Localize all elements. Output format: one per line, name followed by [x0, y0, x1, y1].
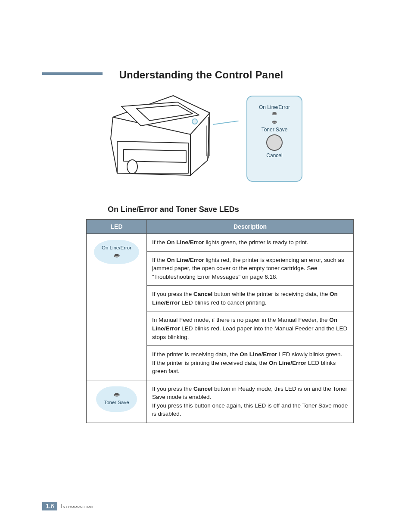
- chapter-label: Introduction: [61, 503, 93, 509]
- svg-point-7: [115, 254, 119, 256]
- col-desc: Description: [147, 220, 354, 234]
- online-error-icon-cell: On Line/Error: [87, 234, 147, 380]
- toner-save-icon-cell: Toner Save: [87, 380, 147, 423]
- desc-cell: If the On Line/Error lights green, the p…: [147, 234, 354, 252]
- cancel-button-icon: [266, 134, 283, 151]
- control-panel-detail: On Line/Error Toner Save Cancel: [246, 96, 302, 182]
- led-icon: [113, 253, 120, 258]
- printer-icon: [100, 87, 225, 190]
- table-row: On Line/Error If the On Line/Error light…: [87, 234, 354, 252]
- header-rule: [42, 72, 103, 75]
- panel-led1-label: On Line/Error: [250, 104, 299, 110]
- online-error-led-icon: [271, 111, 277, 115]
- panel-led2-label: Toner Save: [250, 127, 299, 133]
- page-number-tab: 1.6: [42, 502, 57, 510]
- led-table: LED Description On Line/Error If the On …: [86, 219, 354, 423]
- online-error-badge-label: On Line/Error: [102, 245, 131, 250]
- table-header-row: LED Description: [87, 220, 354, 234]
- control-panel-illustration: On Line/Error Toner Save Cancel: [100, 87, 302, 195]
- page-footer: 1.6 Introduction: [42, 502, 93, 510]
- svg-point-0: [127, 160, 137, 174]
- table-row: Toner Save If you press the Cancel butto…: [87, 380, 354, 423]
- desc-cell: If the printer is receiving data, the On…: [147, 346, 354, 380]
- panel-button-label: Cancel: [250, 152, 299, 159]
- online-error-badge: On Line/Error: [94, 240, 139, 264]
- svg-point-9: [115, 393, 119, 395]
- desc-cell: If you press the Cancel button while the…: [147, 286, 354, 311]
- toner-save-badge: Toner Save: [96, 386, 137, 412]
- section-heading: On Line/Error and Toner Save LEDs: [43, 205, 359, 214]
- toner-save-badge-label: Toner Save: [104, 400, 129, 405]
- page-title: Understanding the Control Panel: [43, 69, 359, 81]
- led-icon: [113, 392, 120, 397]
- svg-point-1: [192, 119, 197, 124]
- desc-cell: If you press the Cancel button in Ready …: [147, 380, 354, 423]
- col-led: LED: [87, 220, 147, 234]
- svg-point-3: [273, 112, 276, 114]
- desc-cell: In Manual Feed mode, if there is no pape…: [147, 311, 354, 346]
- svg-point-5: [273, 121, 276, 122]
- toner-save-led-icon: [271, 120, 277, 124]
- document-page: Understanding the Control Panel On Line/…: [0, 0, 411, 532]
- desc-cell: If the On Line/Error lights red, the pri…: [147, 251, 354, 286]
